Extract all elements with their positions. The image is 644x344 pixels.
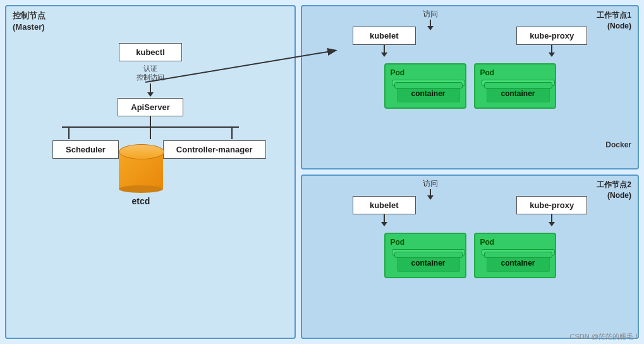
- bottom-row: Scheduler etcd Controller-manager: [52, 140, 248, 206]
- kubectl-arrow-head: [147, 92, 154, 97]
- node1-docker-label: Docker: [605, 140, 631, 149]
- master-label: 控制节点 (Master): [13, 10, 46, 33]
- node1-kube-proxy-box: kube-proxy: [516, 27, 587, 45]
- node1-access: 访问: [423, 9, 438, 30]
- node1-pod2-stack: container: [480, 80, 550, 102]
- etcd-cylinder: [119, 152, 163, 190]
- node2-kubelet-section: kubelet: [353, 196, 416, 226]
- controller-item: Controller-manager: [163, 140, 266, 159]
- master-panel: 控制节点 (Master) kubectl 认证 控制访问 ApiServer: [5, 5, 296, 339]
- node1-kube-proxy-section: kube-proxy: [516, 27, 587, 57]
- scheduler-item: Scheduler: [52, 140, 119, 159]
- node2-kubelet-box: kubelet: [353, 196, 416, 214]
- node2-access-line: [430, 189, 431, 195]
- node2-panel: 工作节点2 (Node) 访问 kubelet kube-proxy: [301, 175, 639, 339]
- node1-pod2-back1: [484, 82, 552, 89]
- node2-pod1-back1: [394, 252, 463, 258]
- controller-box: Controller-manager: [163, 140, 266, 159]
- node2-pod1-stack: container: [391, 249, 460, 272]
- node2-kube-proxy-section: kube-proxy: [516, 196, 587, 226]
- apiserver-vline: [150, 116, 151, 126]
- node1-label: 工作节点1 (Node): [597, 10, 631, 32]
- node1-pod2-label: Pod: [480, 68, 550, 77]
- node2-pod2-back1: [484, 252, 552, 258]
- node2-pods-area: Pod container Pod container: [308, 233, 631, 278]
- node2-kube-proxy-box: kube-proxy: [516, 196, 587, 214]
- node2-kube-proxy-vline: [551, 214, 552, 222]
- node1-kube-proxy-arrow: [549, 52, 555, 57]
- etcd-label: etcd: [131, 196, 150, 206]
- node1-access-arrow: [427, 26, 434, 30]
- master-inner: kubectl 认证 控制访问 ApiServer: [11, 11, 289, 206]
- apiserver-box: ApiServer: [118, 98, 183, 116]
- node1-kubelet-vline: [384, 45, 385, 52]
- node1-kubelet-section: kubelet: [353, 27, 416, 57]
- node2-pod2-stack: container: [480, 249, 550, 272]
- node1-pod1-stack: container: [391, 80, 460, 102]
- node2-kubelet-vline: [384, 214, 385, 222]
- node1-panel: 工作节点1 (Node) 访问 kubelet kube-proxy: [301, 5, 639, 169]
- auth-label: 认证 控制访问: [137, 64, 164, 82]
- node1-pods-area: Pod container Pod container: [308, 63, 631, 109]
- node1-access-label: 访问: [423, 9, 438, 20]
- node1-pod1-back1: [394, 82, 463, 89]
- apiserver-hline: [62, 126, 239, 128]
- node2-kube-proxy-arrow: [549, 222, 555, 226]
- main-container: 控制节点 (Master) kubectl 认证 控制访问 ApiServer: [0, 0, 644, 344]
- node1-kubelet-arrow: [381, 52, 387, 57]
- node1-pod1-label: Pod: [391, 68, 460, 77]
- node2-top-row: kubelet kube-proxy: [308, 196, 631, 226]
- node1-kube-proxy-vline: [551, 45, 552, 52]
- node2-pod1-label: Pod: [391, 238, 460, 247]
- node1-pod1: Pod container: [384, 63, 466, 109]
- node1-top-row: kubelet kube-proxy: [308, 27, 631, 57]
- node1-pod2: Pod container: [474, 63, 556, 109]
- apiserver-section: ApiServer Scheduler: [52, 98, 248, 206]
- right-panel: 工作节点1 (Node) 访问 kubelet kube-proxy: [301, 5, 639, 339]
- left-vline: [68, 126, 70, 139]
- center-vline: [150, 126, 151, 139]
- node2-access: 访问: [423, 178, 438, 200]
- scheduler-box: Scheduler: [52, 140, 119, 159]
- node2-pod2: Pod container: [474, 233, 556, 278]
- kubectl-arrow-line: [150, 83, 151, 92]
- right-vline: [231, 126, 233, 139]
- node1-kubelet-box: kubelet: [353, 27, 416, 45]
- watermark: CSDN @茫茫的腿毛！: [570, 332, 640, 341]
- node2-label: 工作节点2 (Node): [597, 180, 631, 201]
- node2-access-label: 访问: [423, 178, 438, 189]
- kubectl-box: kubectl: [119, 43, 182, 61]
- etcd-item: etcd: [119, 140, 163, 206]
- node2-kubelet-arrow: [381, 222, 387, 226]
- node2-pod2-label: Pod: [480, 238, 550, 247]
- node2-access-arrow: [427, 195, 434, 200]
- node2-pod1: Pod container: [384, 233, 466, 278]
- etcd-container: etcd: [119, 152, 163, 206]
- node1-access-line: [430, 20, 431, 26]
